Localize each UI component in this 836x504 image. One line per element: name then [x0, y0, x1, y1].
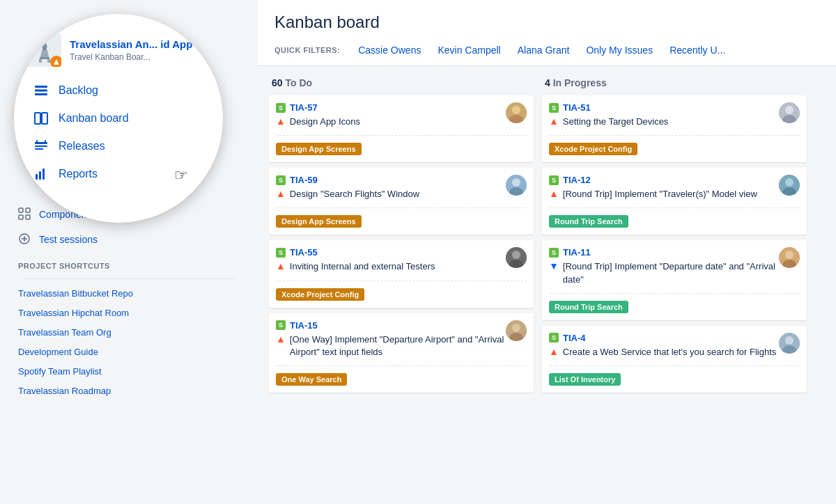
svg-rect-14 — [35, 145, 47, 147]
shortcut-spotify[interactable]: Spotify Team Playlist — [11, 361, 247, 381]
card-id-row: S TIA-12 — [549, 175, 779, 185]
card-tia-55[interactable]: S TIA-55 ▲ Inviting Internal and externa… — [269, 240, 534, 307]
card-tia-4[interactable]: S TIA-4 ▲ Create a Web Service that let'… — [542, 326, 807, 393]
card-id: TIA-55 — [290, 247, 318, 258]
kanban-icon — [33, 111, 49, 126]
card-top: S TIA-4 ▲ Create a Web Service that let'… — [549, 333, 800, 359]
quick-filters-label: QUICK FILTERS: — [274, 46, 340, 54]
cursor-pointer: ☞ — [174, 166, 188, 184]
card-tag[interactable]: Design App Screens — [276, 143, 362, 155]
svg-point-47 — [785, 251, 794, 259]
card-divider — [549, 207, 800, 208]
qf-kevin-campell[interactable]: Kevin Campell — [429, 42, 509, 58]
shortcut-hipchat[interactable]: Travelassian Hipchat Room — [11, 303, 247, 322]
card-tag[interactable]: Design App Screens — [276, 215, 362, 228]
shortcut-dev-guide[interactable]: Development Guide — [11, 342, 247, 361]
card-id-row: S TIA-4 — [549, 333, 779, 343]
card-title: [Round Trip] Implement "Traveler(s)" Mod… — [563, 188, 779, 200]
card-title: Inviting Internal and external Testers — [290, 260, 506, 273]
card-divider — [276, 281, 527, 281]
svg-rect-10 — [35, 93, 47, 95]
story-icon: S — [276, 248, 286, 258]
card-id-row: S TIA-11 — [549, 247, 779, 258]
sidebar-item-kanban[interactable]: Kanban board — [14, 104, 223, 132]
shortcut-team-org[interactable]: Travelassian Team Org — [11, 322, 247, 342]
card-divider — [549, 365, 800, 366]
card-tia-15[interactable]: S TIA-15 ▲ [One Way] Implement "Departur… — [269, 313, 534, 393]
popup-nav: Backlog Kanban board — [14, 77, 223, 195]
priority-icon: ▲ — [276, 333, 286, 345]
avatar — [506, 320, 527, 341]
qf-alana-grant[interactable]: Alana Grant — [509, 42, 578, 58]
shortcuts-section-title: PROJECT SHORTCUTS — [11, 252, 247, 274]
card-title: [Round Trip] Implement "Departure date" … — [563, 260, 779, 285]
card-tia-57[interactable]: S TIA-57 ▲ Design App Icons — [269, 95, 534, 162]
svg-rect-16 — [36, 140, 38, 143]
svg-rect-4 — [40, 57, 49, 59]
card-id: TIA-15 — [290, 320, 318, 331]
qf-recently[interactable]: Recently U... — [661, 42, 734, 58]
card-tia-12[interactable]: S TIA-12 ▲ [Round Trip] Implement "Trave… — [542, 168, 807, 235]
avatar — [506, 102, 527, 123]
page-title: Kanban board — [274, 13, 819, 32]
card-top: S TIA-59 ▲ Design "Search Flights" Windo… — [276, 175, 527, 200]
sidebar-item-reports[interactable]: Reports — [14, 160, 223, 188]
svg-point-38 — [512, 324, 520, 332]
card-id-row: S TIA-57 — [276, 102, 506, 113]
card-id: TIA-11 — [563, 247, 591, 258]
svg-rect-12 — [42, 113, 47, 124]
column-todo: 60 To Do S TIA-57 ▲ Design App Ico — [269, 77, 534, 493]
story-icon: S — [549, 333, 559, 342]
project-info: Travelassian An... id App Travel Kanban … — [70, 38, 192, 62]
card-divider — [549, 293, 800, 294]
svg-rect-20 — [42, 168, 45, 180]
project-logo — [28, 33, 61, 67]
svg-rect-22 — [26, 208, 30, 212]
shortcut-roadmap[interactable]: Travelassian Roadmap — [11, 381, 247, 400]
svg-rect-17 — [45, 140, 46, 143]
card-id-row: S TIA-15 — [276, 320, 506, 331]
card-tia-51[interactable]: S TIA-51 ▲ Setting the Target Devices — [542, 95, 807, 162]
card-id-row: S TIA-55 — [276, 247, 506, 258]
kanban-label: Kanban board — [59, 112, 129, 125]
orange-badge — [50, 56, 61, 67]
todo-count: 60 — [272, 77, 283, 88]
card-divider — [276, 135, 527, 136]
card-tag[interactable]: Round Trip Search — [549, 301, 628, 313]
qf-cassie-owens[interactable]: Cassie Owens — [350, 42, 429, 58]
card-tag[interactable]: Xcode Project Config — [549, 143, 637, 155]
reports-icon — [33, 166, 49, 182]
priority-icon: ▼ — [549, 260, 559, 271]
card-top: S TIA-15 ▲ [One Way] Implement "Departur… — [276, 320, 527, 359]
card-id: TIA-12 — [563, 175, 591, 185]
card-divider — [276, 207, 527, 208]
card-tag[interactable]: One Way Search — [276, 373, 347, 386]
main-content: Kanban board QUICK FILTERS: Cassie Owens… — [258, 0, 836, 504]
card-tag[interactable]: List Of Inventory — [549, 373, 621, 386]
main-header: Kanban board QUICK FILTERS: Cassie Owens… — [258, 0, 836, 66]
sidebar-item-test-sessions[interactable]: Test sessions — [11, 227, 247, 252]
story-icon: S — [549, 103, 559, 113]
svg-rect-19 — [39, 171, 41, 180]
priority-icon: ▲ — [276, 116, 286, 127]
card-tag[interactable]: Round Trip Search — [549, 215, 628, 228]
sidebar-item-backlog[interactable]: Backlog — [14, 77, 223, 104]
card-id: TIA-4 — [563, 333, 586, 343]
priority-icon: ▲ — [549, 346, 559, 357]
todo-cards-list: S TIA-57 ▲ Design App Icons — [269, 95, 534, 393]
svg-point-50 — [785, 336, 794, 345]
backlog-label: Backlog — [59, 84, 98, 97]
avatar — [779, 247, 800, 268]
qf-only-my-issues[interactable]: Only My Issues — [578, 42, 661, 58]
project-name: Travelassian An... id App — [70, 38, 192, 51]
card-id: TIA-57 — [290, 102, 318, 113]
card-tag[interactable]: Xcode Project Config — [276, 288, 364, 301]
card-divider — [276, 365, 527, 366]
svg-rect-23 — [19, 215, 23, 219]
shortcut-bitbucket[interactable]: Travelassian Bitbucket Repo — [11, 283, 247, 303]
card-top: S TIA-12 ▲ [Round Trip] Implement "Trave… — [549, 175, 800, 200]
project-sub: Travel Kanban Boar... — [70, 52, 192, 62]
card-tia-11[interactable]: S TIA-11 ▼ [Round Trip] Implement "Depar… — [542, 240, 807, 320]
sidebar-item-releases[interactable]: Releases — [14, 132, 223, 160]
card-tia-59[interactable]: S TIA-59 ▲ Design "Search Flights" Windo… — [269, 168, 534, 235]
